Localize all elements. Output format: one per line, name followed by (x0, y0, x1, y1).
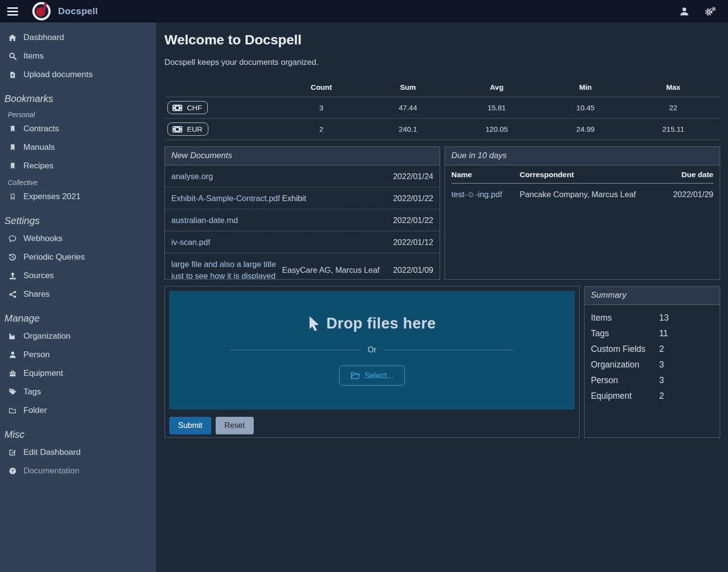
due-header-row: Name Correspondent Due date (451, 165, 713, 184)
bookmarks-heading: Bookmarks (0, 84, 156, 107)
mouse-pointer-icon (308, 316, 320, 331)
comment-icon (8, 235, 17, 243)
panel-title: Due in 10 days (445, 147, 720, 165)
panel-title: Summary (585, 286, 720, 305)
bookmark-icon (8, 125, 17, 133)
sidebar-item-webhooks[interactable]: Webhooks (0, 229, 156, 248)
sidebar-item-equipment[interactable]: Equipment (0, 364, 156, 383)
sidebar-item-organization[interactable]: Organization (0, 327, 156, 346)
stats-row-chf: CHF 3 47.44 15.81 10.45 22 (164, 97, 720, 119)
stats-header-count: Count (276, 79, 367, 97)
folder-open-icon (351, 372, 360, 379)
submit-button[interactable]: Submit (169, 417, 211, 434)
sidebar-item-expenses-2021[interactable]: Expenses 2021 (0, 187, 156, 206)
stats-row-eur: EUR 2 240.1 120.05 24.99 215.11 (164, 119, 720, 140)
money-bill-icon (172, 104, 182, 111)
sidebar-item-contracts[interactable]: Contracts (0, 120, 156, 138)
document-link[interactable]: australian-date.md (171, 214, 282, 226)
stats-header-max: Max (627, 79, 720, 97)
sidebar-item-manuals[interactable]: Manuals (0, 138, 156, 157)
stat-sum: 240.1 (367, 119, 449, 140)
document-link[interactable]: test-☺-ing.pdf (451, 190, 502, 199)
user-icon[interactable] (679, 6, 689, 17)
or-divider: Or (230, 346, 515, 354)
bookmark-icon (8, 162, 17, 170)
stat-count: 2 (276, 119, 367, 140)
summary-row: Custom Fields 2 (591, 341, 713, 357)
stats-header-avg: Avg (449, 79, 545, 97)
sidebar-item-dashboard[interactable]: Dasbhoard (0, 28, 156, 47)
due-panel: Due in 10 days Name Correspondent Due da… (445, 146, 720, 280)
select-files-label: Select... (364, 371, 394, 380)
stat-avg: 120.05 (449, 119, 545, 140)
sidebar-item-label: Edit Dashboard (23, 448, 81, 457)
file-upload-icon (8, 71, 17, 79)
sidebar: Dasbhoard Items Upload documents Bookmar… (0, 22, 156, 572)
currency-label: CHF (187, 103, 202, 112)
sidebar-item-sources[interactable]: Sources (0, 266, 156, 285)
summary-value: 13 (659, 312, 713, 323)
document-link[interactable]: analyse.org (171, 170, 282, 182)
sidebar-item-label: Shares (23, 289, 50, 299)
panel-title: New Documents (165, 147, 440, 165)
summary-label: Tags (591, 328, 659, 339)
summary-row: Tags 11 (591, 326, 713, 341)
sidebar-item-label: Contracts (23, 124, 59, 134)
industry-icon (8, 332, 17, 340)
sidebar-item-shares[interactable]: Shares (0, 285, 156, 304)
sidebar-item-person[interactable]: Person (0, 346, 156, 364)
document-link[interactable]: iv-scan.pdf (171, 236, 282, 248)
file-dropzone[interactable]: Drop files here Or Select... (169, 291, 575, 409)
menu-icon[interactable] (6, 4, 18, 19)
stat-min: 24.99 (545, 119, 627, 140)
edit-icon (8, 449, 17, 456)
sidebar-item-edit-dashboard[interactable]: Edit Dashboard (0, 443, 156, 462)
sidebar-item-folder[interactable]: Folder (0, 401, 156, 420)
bookmarks-group-collective: Collective (0, 175, 156, 187)
stat-sum: 47.44 (367, 97, 449, 119)
topbar: Docspell (0, 0, 728, 22)
sidebar-item-periodic-queries[interactable]: Periodic Queries (0, 248, 156, 266)
sidebar-item-label: Folder (23, 406, 47, 415)
app-title: Docspell (58, 6, 98, 17)
document-date: 2022/01/12 (382, 236, 433, 248)
sidebar-item-upload-documents[interactable]: Upload documents (0, 65, 156, 84)
document-link[interactable]: Exhibit-A-Sample-Contract.pdf (171, 192, 282, 204)
bookmark-icon (8, 143, 17, 151)
summary-value: 2 (659, 344, 713, 354)
reset-button[interactable]: Reset (216, 417, 254, 434)
new-documents-list: analyse.org 2022/01/24 Exhibit-A-Sample-… (165, 165, 440, 280)
summary-label: Equipment (591, 390, 659, 401)
misc-heading: Misc (0, 420, 156, 443)
sidebar-item-tags[interactable]: Tags (0, 383, 156, 401)
list-item: large file and also a large title just t… (165, 253, 440, 280)
list-item: Exhibit-A-Sample-Contract.pdf Exhibit 20… (165, 187, 440, 209)
sidebar-item-label: Periodic Queries (23, 252, 85, 262)
summary-row: Items 13 (591, 310, 713, 326)
summary-row: Equipment 2 (591, 388, 713, 404)
sidebar-item-recipes[interactable]: Recipes (0, 157, 156, 175)
docspell-logo[interactable] (32, 1, 51, 21)
select-files-button[interactable]: Select... (339, 366, 405, 386)
due-table: Name Correspondent Due date test-☺-ing.p… (451, 165, 713, 205)
sidebar-item-items[interactable]: Items (0, 47, 156, 65)
bookmark-outline-icon (8, 193, 17, 201)
document-date: 2022/01/22 (382, 214, 433, 226)
list-item: iv-scan.pdf 2022/01/12 (165, 231, 440, 253)
upload-panel: Drop files here Or Select... Submit Rese… (164, 286, 580, 438)
sidebar-item-label: Upload documents (23, 70, 93, 80)
svg-text:?: ? (11, 468, 14, 473)
sidebar-item-documentation[interactable]: ? Documentation (0, 462, 156, 480)
question-circle-icon: ? (8, 467, 17, 475)
sidebar-item-label: Manuals (23, 143, 55, 152)
document-link[interactable]: large file and also a large title just t… (171, 258, 282, 280)
sidebar-item-label: Organization (23, 331, 70, 341)
summary-label: Items (591, 312, 659, 323)
document-due-date: 2022/01/29 (659, 184, 713, 206)
document-date: 2022/01/22 (382, 192, 433, 204)
currency-badge: EUR (167, 123, 208, 136)
settings-cogs-icon[interactable] (704, 6, 716, 17)
upload-icon (8, 272, 17, 280)
currency-badge: CHF (167, 101, 208, 114)
summary-value: 2 (659, 390, 713, 401)
